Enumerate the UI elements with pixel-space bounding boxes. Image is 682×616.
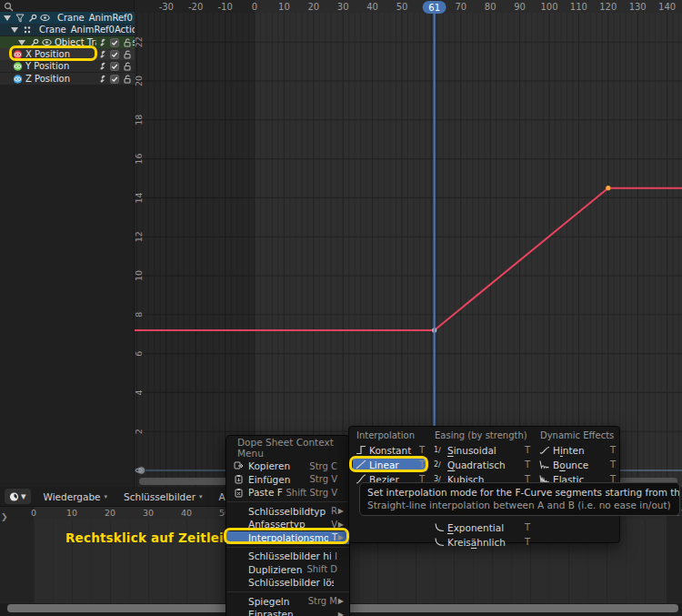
channel-row-z-position[interactable]: Z Position: [0, 73, 135, 85]
ruler-frame-label: 10: [278, 2, 290, 12]
channel-color-eye-icon[interactable]: [13, 61, 23, 71]
tooltip-text: Set interpolation mode for the F-Curve s…: [367, 487, 680, 498]
submenu-item-sinusoidal[interactable]: 1∕SinusoidalT: [431, 443, 533, 457]
submenu-arrow-icon: ▶: [337, 507, 344, 515]
lock-icon[interactable]: [122, 49, 132, 59]
channel-row-y-position[interactable]: Y Position: [0, 60, 135, 72]
modifier-wrench-icon[interactable]: [96, 61, 106, 71]
submenu-arrow-icon: ▶: [337, 520, 344, 529]
submenu-item-shortcut: T: [605, 459, 616, 470]
mute-checkbox[interactable]: [109, 37, 119, 47]
paste-icon: [234, 474, 248, 484]
submenu-item-bounce[interactable]: BounceT: [537, 458, 618, 471]
submenu-item-konstant[interactable]: KonstantT: [353, 443, 427, 457]
menu-item-shortcut: I: [331, 551, 337, 561]
submenu-arrow-icon: ▶: [337, 611, 344, 616]
value-axis-label: 12: [135, 231, 144, 242]
eye-icon[interactable]: [40, 13, 50, 23]
menu-item-anfassertyp[interactable]: AnfassertypV▶: [226, 518, 349, 531]
timeline-menu-wiedergabe[interactable]: Wiedergabe▾: [36, 490, 115, 504]
modifier-wrench-icon[interactable]: [96, 37, 106, 47]
submenu-item-quadratisch[interactable]: 2∕QuadratischT: [431, 458, 533, 471]
menu-item-duplizieren[interactable]: DuplizierenShift D: [226, 563, 349, 577]
menu-item-kopieren[interactable]: KopierenStrg C: [226, 459, 349, 473]
submenu-header-dynamic-effects: Dynamic Effects: [540, 430, 614, 440]
lock-icon[interactable]: [122, 74, 132, 84]
menu-item-schl-sselbilder-l-schen[interactable]: Schlüsselbilder löschen: [226, 576, 349, 590]
menu-item-interpolationsmodus[interactable]: InterpolationsmodusT▶: [226, 531, 349, 545]
disclosure-icon[interactable]: [2, 13, 12, 23]
timeline-frame-label: 20: [105, 508, 115, 518]
menu-item-shortcut: R: [327, 506, 337, 516]
timeline-gridline: [664, 520, 665, 603]
modifier-wrench-icon[interactable]: [96, 74, 106, 84]
editor-type-button[interactable]: ▾: [5, 489, 31, 504]
pin-icon[interactable]: [27, 13, 37, 23]
modifier-wrench-icon[interactable]: [96, 49, 106, 59]
menu-item-einrasten[interactable]: Einrasten▶: [226, 608, 349, 616]
channel-row-x-position[interactable]: X Position: [0, 48, 135, 60]
mute-checkbox[interactable]: [109, 61, 119, 71]
chevron-down-icon: ▾: [105, 493, 108, 500]
mute-checkbox[interactable]: [109, 74, 119, 84]
search-icon[interactable]: [4, 2, 14, 12]
submenu-item-shortcut: T: [519, 445, 530, 455]
paste-flip-icon: [234, 488, 248, 498]
menu-item-shortcut: Strg M: [305, 596, 337, 606]
menu-label: Wiedergabe: [44, 491, 101, 502]
collapse-arrow-icon[interactable]: ❯: [1, 512, 8, 521]
submenu-item-hinten[interactable]: HintenT: [537, 443, 618, 457]
value-axis-label: 4: [135, 389, 144, 395]
submenu-arrow-icon: ▶: [337, 597, 344, 605]
menu-item-label: Paste Flipped: [248, 487, 283, 498]
menu-item-shortcut: Strg C: [306, 461, 337, 471]
linear-curve-icon: [356, 459, 369, 470]
disclosure-icon[interactable]: [16, 37, 26, 47]
timeline-frame-label: 10: [66, 508, 77, 518]
graph-editor-view[interactable]: -30-20-100102030405070809010011012013014…: [135, 0, 682, 487]
copy-icon: [234, 461, 248, 471]
lock-icon[interactable]: [122, 61, 132, 71]
pin-icon[interactable]: [29, 37, 39, 47]
channel-row--crane-animref0action-001[interactable]: _Crane_AnimRef0Action.001: [0, 24, 135, 35]
menu-item-paste-flipped[interactable]: Paste FlippedShift Strg V: [226, 486, 349, 500]
menu-item-schl-sselbildtyp[interactable]: SchlüsselbildtypR▶: [226, 505, 349, 519]
channel-label: Y Position: [25, 61, 69, 71]
funnel-icon[interactable]: [15, 13, 25, 23]
channel-color-eye-icon[interactable]: [13, 49, 23, 59]
value-axis-label: 20: [135, 76, 144, 86]
menu-item-schl-sselbilder-hinzuf-gen[interactable]: Schlüsselbilder hinzufügenI: [226, 550, 349, 563]
eye-icon[interactable]: [42, 37, 52, 47]
submenu-header-easing-by-strength-: Easing (by strength): [435, 430, 527, 440]
keyframe-selected[interactable]: [606, 186, 610, 190]
ruler-frame-label: 40: [366, 2, 378, 12]
disclosure-icon[interactable]: [9, 25, 19, 35]
lock-icon[interactable]: [122, 37, 132, 47]
menu-item-spiegeln[interactable]: SpiegelnStrg M▶: [226, 595, 349, 609]
menu-item-label: Interpolationsmodus: [248, 532, 328, 543]
pow1-curve-icon: 1∕: [434, 446, 447, 454]
clock-icon: [9, 491, 19, 501]
ruler-frame-label: 110: [570, 2, 587, 12]
menu-item-label: Schlüsselbildtyp: [248, 506, 327, 517]
channel-label: _Crane_AnimRef0: [53, 13, 133, 23]
bounce-curve-icon: [539, 459, 553, 470]
tooltip: Set interpolation mode for the F-Curve s…: [359, 482, 680, 516]
menu-item-label: Kopieren: [248, 460, 306, 471]
ruler-frame-label: 120: [599, 2, 617, 12]
menu-item-label: Spiegeln: [248, 596, 305, 607]
mute-checkbox[interactable]: [109, 49, 119, 59]
channel-row-object-transforms[interactable]: Object Transforms: [0, 36, 135, 48]
channel-row--crane-animref0[interactable]: _Crane_AnimRef0: [0, 12, 135, 24]
channel-color-eye-icon[interactable]: [13, 74, 23, 84]
submenu-item-linear[interactable]: LinearT: [353, 458, 427, 471]
submenu-item-exponential[interactable]: ExponentialT: [431, 520, 533, 534]
timeline-menu-schl-sselbilder[interactable]: Schlüsselbilder▾: [116, 490, 209, 504]
submenu-item-label: Bounce: [553, 459, 605, 470]
blender-window: -30-20-100102030405070809010011012013014…: [0, 0, 682, 616]
submenu-item-shortcut: T: [519, 522, 530, 532]
menu-item-einf-gen[interactable]: EinfügenStrg V: [226, 473, 349, 487]
submenu-item-label: Hinten: [553, 445, 605, 456]
action-icon[interactable]: [22, 25, 32, 35]
submenu-item-kreis-hnlich[interactable]: KreisähnlichT: [431, 535, 533, 549]
